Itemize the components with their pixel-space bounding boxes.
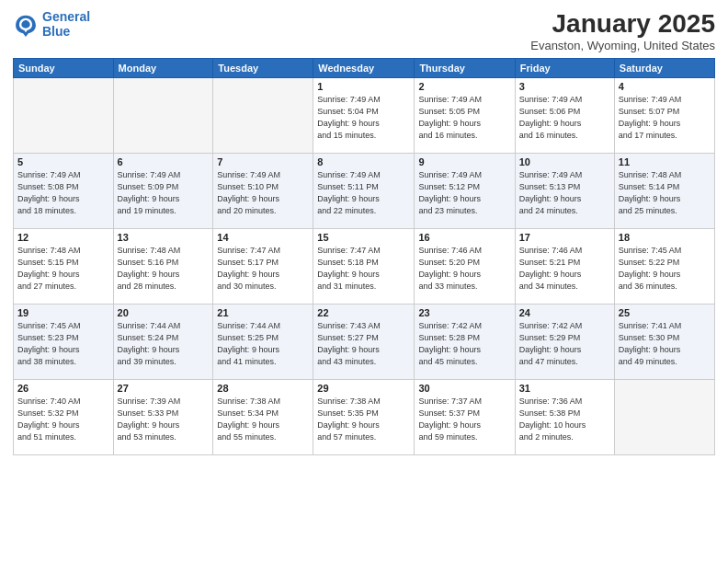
day-info: Sunrise: 7:44 AM Sunset: 5:25 PM Dayligh… <box>217 320 309 368</box>
day-number: 22 <box>317 307 410 318</box>
calendar-body: 1Sunrise: 7:49 AM Sunset: 5:04 PM Daylig… <box>14 78 715 455</box>
calendar-cell-3-5: 24Sunrise: 7:42 AM Sunset: 5:29 PM Dayli… <box>515 304 614 380</box>
day-info: Sunrise: 7:48 AM Sunset: 5:14 PM Dayligh… <box>619 169 711 217</box>
calendar-cell-0-0 <box>14 78 114 154</box>
day-number: 24 <box>519 307 610 318</box>
day-number: 16 <box>418 232 510 243</box>
day-number: 9 <box>418 156 510 167</box>
calendar-cell-0-6: 4Sunrise: 7:49 AM Sunset: 5:07 PM Daylig… <box>614 78 714 154</box>
header-tuesday: Tuesday <box>213 59 313 78</box>
day-number: 29 <box>317 383 410 394</box>
day-number: 1 <box>317 81 410 92</box>
day-number: 3 <box>519 81 610 92</box>
day-number: 6 <box>118 156 210 167</box>
title-area: January 2025 Evanston, Wyoming, United S… <box>530 9 715 52</box>
calendar-cell-0-5: 3Sunrise: 7:49 AM Sunset: 5:06 PM Daylig… <box>515 78 614 154</box>
calendar-cell-4-5: 31Sunrise: 7:36 AM Sunset: 5:38 PM Dayli… <box>515 380 614 455</box>
day-number: 26 <box>17 383 109 394</box>
calendar-cell-4-3: 29Sunrise: 7:38 AM Sunset: 5:35 PM Dayli… <box>313 380 415 455</box>
day-number: 14 <box>217 232 309 243</box>
day-info: Sunrise: 7:43 AM Sunset: 5:27 PM Dayligh… <box>317 320 410 368</box>
day-info: Sunrise: 7:49 AM Sunset: 5:07 PM Dayligh… <box>619 94 711 142</box>
calendar-week-row-0: 1Sunrise: 7:49 AM Sunset: 5:04 PM Daylig… <box>14 78 715 154</box>
calendar-cell-0-1 <box>113 78 213 154</box>
logo-text: General Blue <box>42 9 90 39</box>
day-info: Sunrise: 7:49 AM Sunset: 5:05 PM Dayligh… <box>418 94 510 142</box>
day-info: Sunrise: 7:39 AM Sunset: 5:33 PM Dayligh… <box>118 396 210 443</box>
day-number: 13 <box>118 232 210 243</box>
calendar-cell-4-6 <box>614 380 714 455</box>
calendar-cell-1-3: 8Sunrise: 7:49 AM Sunset: 5:11 PM Daylig… <box>313 154 415 229</box>
calendar-cell-3-6: 25Sunrise: 7:41 AM Sunset: 5:30 PM Dayli… <box>614 304 714 380</box>
day-info: Sunrise: 7:45 AM Sunset: 5:22 PM Dayligh… <box>619 245 711 293</box>
calendar-cell-1-2: 7Sunrise: 7:49 AM Sunset: 5:10 PM Daylig… <box>213 154 313 229</box>
day-info: Sunrise: 7:49 AM Sunset: 5:06 PM Dayligh… <box>519 94 610 142</box>
calendar-cell-2-0: 12Sunrise: 7:48 AM Sunset: 5:15 PM Dayli… <box>14 229 114 304</box>
day-info: Sunrise: 7:38 AM Sunset: 5:35 PM Dayligh… <box>317 396 410 443</box>
day-info: Sunrise: 7:49 AM Sunset: 5:12 PM Dayligh… <box>418 169 510 217</box>
header-wednesday: Wednesday <box>313 59 415 78</box>
calendar-header-row: Sunday Monday Tuesday Wednesday Thursday… <box>14 59 715 78</box>
calendar-cell-0-4: 2Sunrise: 7:49 AM Sunset: 5:05 PM Daylig… <box>415 78 515 154</box>
calendar-cell-1-6: 11Sunrise: 7:48 AM Sunset: 5:14 PM Dayli… <box>614 154 714 229</box>
day-number: 4 <box>619 81 711 92</box>
calendar-cell-2-6: 18Sunrise: 7:45 AM Sunset: 5:22 PM Dayli… <box>614 229 714 304</box>
day-number: 12 <box>17 232 109 243</box>
day-info: Sunrise: 7:49 AM Sunset: 5:09 PM Dayligh… <box>118 169 210 217</box>
calendar-cell-3-1: 20Sunrise: 7:44 AM Sunset: 5:24 PM Dayli… <box>113 304 213 380</box>
day-number: 7 <box>217 156 309 167</box>
calendar-cell-4-1: 27Sunrise: 7:39 AM Sunset: 5:33 PM Dayli… <box>113 380 213 455</box>
day-info: Sunrise: 7:49 AM Sunset: 5:04 PM Dayligh… <box>317 94 410 142</box>
day-number: 11 <box>619 156 711 167</box>
day-number: 8 <box>317 156 410 167</box>
calendar-cell-2-3: 15Sunrise: 7:47 AM Sunset: 5:18 PM Dayli… <box>313 229 415 304</box>
day-number: 23 <box>418 307 510 318</box>
day-info: Sunrise: 7:36 AM Sunset: 5:38 PM Dayligh… <box>519 396 610 443</box>
day-number: 25 <box>619 307 711 318</box>
day-number: 18 <box>619 232 711 243</box>
location: Evanston, Wyoming, United States <box>530 39 715 52</box>
header-monday: Monday <box>113 59 213 78</box>
day-info: Sunrise: 7:45 AM Sunset: 5:23 PM Dayligh… <box>17 320 109 368</box>
day-info: Sunrise: 7:37 AM Sunset: 5:37 PM Dayligh… <box>418 396 510 443</box>
day-info: Sunrise: 7:44 AM Sunset: 5:24 PM Dayligh… <box>118 320 210 368</box>
day-number: 19 <box>17 307 109 318</box>
day-number: 28 <box>217 383 309 394</box>
day-info: Sunrise: 7:40 AM Sunset: 5:32 PM Dayligh… <box>17 396 109 443</box>
day-info: Sunrise: 7:49 AM Sunset: 5:10 PM Dayligh… <box>217 169 309 217</box>
day-number: 27 <box>118 383 210 394</box>
calendar-cell-4-4: 30Sunrise: 7:37 AM Sunset: 5:37 PM Dayli… <box>415 380 515 455</box>
header-sunday: Sunday <box>14 59 114 78</box>
day-info: Sunrise: 7:42 AM Sunset: 5:28 PM Dayligh… <box>418 320 510 368</box>
day-number: 17 <box>519 232 610 243</box>
calendar-cell-1-0: 5Sunrise: 7:49 AM Sunset: 5:08 PM Daylig… <box>14 154 114 229</box>
calendar-week-row-1: 5Sunrise: 7:49 AM Sunset: 5:08 PM Daylig… <box>14 154 715 229</box>
calendar-cell-3-4: 23Sunrise: 7:42 AM Sunset: 5:28 PM Dayli… <box>415 304 515 380</box>
day-number: 5 <box>17 156 109 167</box>
logo-icon <box>13 11 39 37</box>
calendar-cell-3-3: 22Sunrise: 7:43 AM Sunset: 5:27 PM Dayli… <box>313 304 415 380</box>
calendar-week-row-2: 12Sunrise: 7:48 AM Sunset: 5:15 PM Dayli… <box>14 229 715 304</box>
calendar-cell-1-1: 6Sunrise: 7:49 AM Sunset: 5:09 PM Daylig… <box>113 154 213 229</box>
calendar-cell-2-1: 13Sunrise: 7:48 AM Sunset: 5:16 PM Dayli… <box>113 229 213 304</box>
day-number: 15 <box>317 232 410 243</box>
day-number: 20 <box>118 307 210 318</box>
calendar: Sunday Monday Tuesday Wednesday Thursday… <box>13 58 715 455</box>
calendar-week-row-3: 19Sunrise: 7:45 AM Sunset: 5:23 PM Dayli… <box>14 304 715 380</box>
day-info: Sunrise: 7:49 AM Sunset: 5:11 PM Dayligh… <box>317 169 410 217</box>
calendar-cell-3-0: 19Sunrise: 7:45 AM Sunset: 5:23 PM Dayli… <box>14 304 114 380</box>
day-info: Sunrise: 7:49 AM Sunset: 5:13 PM Dayligh… <box>519 169 610 217</box>
calendar-cell-2-2: 14Sunrise: 7:47 AM Sunset: 5:17 PM Dayli… <box>213 229 313 304</box>
calendar-cell-3-2: 21Sunrise: 7:44 AM Sunset: 5:25 PM Dayli… <box>213 304 313 380</box>
day-number: 21 <box>217 307 309 318</box>
day-info: Sunrise: 7:47 AM Sunset: 5:17 PM Dayligh… <box>217 245 309 293</box>
day-info: Sunrise: 7:47 AM Sunset: 5:18 PM Dayligh… <box>317 245 410 293</box>
logo: General Blue <box>13 9 90 39</box>
day-info: Sunrise: 7:46 AM Sunset: 5:20 PM Dayligh… <box>418 245 510 293</box>
header-friday: Friday <box>515 59 614 78</box>
calendar-cell-0-3: 1Sunrise: 7:49 AM Sunset: 5:04 PM Daylig… <box>313 78 415 154</box>
calendar-cell-0-2 <box>213 78 313 154</box>
day-info: Sunrise: 7:48 AM Sunset: 5:15 PM Dayligh… <box>17 245 109 293</box>
calendar-week-row-4: 26Sunrise: 7:40 AM Sunset: 5:32 PM Dayli… <box>14 380 715 455</box>
calendar-cell-2-5: 17Sunrise: 7:46 AM Sunset: 5:21 PM Dayli… <box>515 229 614 304</box>
